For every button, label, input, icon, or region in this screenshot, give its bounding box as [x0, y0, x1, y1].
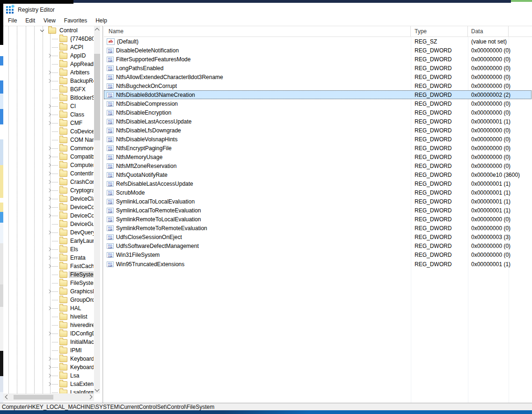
- column-header-name[interactable]: Name: [104, 26, 411, 36]
- chevron-right-icon[interactable]: [47, 374, 51, 378]
- value-row-disabledeletenotification[interactable]: 011110DisableDeleteNotificationREG_DWORD…: [104, 46, 532, 55]
- tree-item-appreadin[interactable]: AppReadin: [3, 60, 94, 68]
- menu-view[interactable]: View: [39, 16, 60, 25]
- tree-item-devquery[interactable]: DevQuery: [3, 228, 94, 237]
- value-row-refsdisablelastaccessupdate[interactable]: 011110RefsDisableLastAccessUpdateREG_DWO…: [104, 180, 532, 189]
- column-header-type[interactable]: Type: [411, 26, 468, 36]
- value-row-ntfsdisablelastaccessupdate[interactable]: 011110NtfsDisableLastAccessUpdateREG_DWO…: [104, 117, 532, 126]
- tree-item-arbiters[interactable]: Arbiters: [3, 68, 94, 77]
- value-row-ntfsmftzonereservation[interactable]: 011110NtfsMftZoneReservationREG_DWORD0x0…: [104, 162, 532, 171]
- tree-item-els[interactable]: Els: [3, 245, 94, 254]
- tree-item-earlylaunc[interactable]: EarlyLaunc: [3, 237, 94, 245]
- tree-item-crashcont[interactable]: CrashCont: [3, 178, 94, 186]
- chevron-right-icon[interactable]: [47, 290, 51, 293]
- tree-item-fastcache[interactable]: FastCache: [3, 262, 94, 270]
- tree-item-devicecon[interactable]: DeviceCon: [3, 203, 94, 211]
- chevron-right-icon[interactable]: [47, 231, 51, 234]
- tree-item-ci[interactable]: CI: [3, 102, 94, 110]
- chevron-right-icon[interactable]: [47, 197, 51, 201]
- tree-item-com-nam[interactable]: COM Nam: [3, 136, 94, 144]
- tree-item-compatibi[interactable]: Compatibi: [3, 153, 94, 161]
- value-row-longpathsenabled[interactable]: 011110LongPathsEnabledREG_DWORD0x0000000…: [104, 64, 532, 73]
- tree-item-7746d80f[interactable]: {7746D80F-: [3, 35, 94, 43]
- tree-item-grouporde[interactable]: GroupOrde: [3, 296, 94, 304]
- tree-item-deviceclas[interactable]: DeviceClas: [3, 195, 94, 203]
- tree-item-initialmach[interactable]: InitialMach: [3, 338, 94, 346]
- chevron-right-icon[interactable]: [47, 71, 51, 74]
- value-row-win95truncatedextensions[interactable]: 011110Win95TruncatedExtensionsREG_DWORD0…: [104, 260, 532, 269]
- tree-item-keyboard-l[interactable]: Keyboard L: [3, 363, 94, 371]
- value-row-ntfsallowextendedcharacter8dot3rename[interactable]: 011110NtfsAllowExtendedCharacter8dot3Ren…: [104, 73, 532, 81]
- tree-item-ipmi[interactable]: IPMI: [3, 346, 94, 355]
- chevron-right-icon[interactable]: [47, 214, 51, 218]
- tree-vertical-scrollbar-thumb[interactable]: [94, 54, 100, 140]
- tree-item-devicecon[interactable]: DeviceCon: [3, 211, 94, 220]
- tree-item-filesystem[interactable]: FileSystem: [3, 279, 94, 287]
- chevron-right-icon[interactable]: [47, 146, 51, 150]
- chevron-down-icon[interactable]: [40, 28, 44, 32]
- chevron-right-icon[interactable]: [47, 54, 51, 58]
- tree-item-errata[interactable]: Errata: [3, 254, 94, 262]
- value-row-ntfsencryptpagingfile[interactable]: 011110NtfsEncryptPagingFileREG_DWORD0x00…: [104, 144, 532, 153]
- value-row-symlinklocaltolocalevaluation[interactable]: 011110SymlinkLocalToLocalEvaluationREG_D…: [104, 197, 532, 206]
- menu-edit[interactable]: Edit: [21, 16, 39, 25]
- tree-item-contentind[interactable]: ContentInd: [3, 169, 94, 178]
- tree-item-hivelist[interactable]: hivelist: [3, 312, 94, 321]
- tree-item-cmf[interactable]: CMF: [3, 119, 94, 127]
- chevron-right-icon[interactable]: [47, 357, 51, 361]
- value-row-ntfsbugcheckoncorrupt[interactable]: 011110NtfsBugcheckOnCorruptREG_DWORD0x00…: [104, 81, 532, 90]
- title-bar[interactable]: Registry Editor: [3, 4, 532, 15]
- value-row-filtersupportedfeaturesmode[interactable]: 011110FilterSupportedFeaturesModeREG_DWO…: [104, 55, 532, 64]
- menu-help[interactable]: Help: [91, 16, 111, 25]
- tree-item-graphicsdr[interactable]: GraphicsDr: [3, 287, 94, 296]
- tree-item-devicegua[interactable]: DeviceGua: [3, 220, 94, 228]
- tree-item-filesystem[interactable]: FileSystem: [3, 270, 94, 279]
- chevron-right-icon[interactable]: [47, 121, 51, 125]
- chevron-right-icon[interactable]: [47, 163, 51, 167]
- tree-item-lsainforma[interactable]: LsaInforma: [3, 388, 94, 393]
- chevron-right-icon[interactable]: [47, 113, 51, 116]
- tree-item-backupres[interactable]: BackupRes: [3, 77, 94, 85]
- chevron-right-icon[interactable]: [47, 365, 51, 369]
- value-row-ntfsdisablecompression[interactable]: 011110NtfsDisableCompressionREG_DWORD0x0…: [104, 99, 532, 108]
- tree-item-appid[interactable]: AppID: [3, 51, 94, 60]
- chevron-right-icon[interactable]: [47, 332, 51, 335]
- chevron-right-icon[interactable]: [47, 180, 51, 184]
- chevron-right-icon[interactable]: [47, 306, 51, 310]
- column-header-data[interactable]: Data: [468, 26, 509, 36]
- value-row-symlinkremotetolocalevaluation[interactable]: 011110SymlinkRemoteToLocalEvaluationREG_…: [104, 215, 532, 224]
- tree-item-keyboard-l[interactable]: Keyboard L: [3, 355, 94, 363]
- chevron-right-icon[interactable]: [47, 155, 51, 159]
- tree-item-acpi[interactable]: ACPI: [3, 43, 94, 51]
- value-row-default[interactable]: ab(Default)REG_SZ(value not set): [104, 37, 532, 46]
- chevron-right-icon[interactable]: [47, 79, 51, 83]
- tree-item-bgfx[interactable]: BGFX: [3, 85, 94, 94]
- value-row-ntfsquotanotifyrate[interactable]: 011110NtfsQuotaNotifyRateREG_DWORD0x0000…: [104, 171, 532, 180]
- tree-item-codevicein[interactable]: CoDeviceIn: [3, 127, 94, 136]
- tree-item-idconfigdi[interactable]: IDConfigDI: [3, 329, 94, 338]
- chevron-right-icon[interactable]: [47, 264, 51, 268]
- value-row-win31filesystem[interactable]: 011110Win31FileSystemREG_DWORD0x00000000…: [104, 251, 532, 260]
- tree-item-commong[interactable]: CommonG: [3, 144, 94, 153]
- tree-horizontal-scrollbar-thumb[interactable]: [14, 395, 53, 399]
- value-row-udfssoftwaredefectmanagement[interactable]: 011110UdfsSoftwareDefectManagementREG_DW…: [104, 242, 532, 251]
- value-row-symlinkremotetoremoteevaluation[interactable]: 011110SymlinkRemoteToRemoteEvaluationREG…: [104, 224, 532, 233]
- tree-item-hal[interactable]: HAL: [3, 304, 94, 312]
- tree-item-lsa[interactable]: Lsa: [3, 371, 94, 380]
- menu-file[interactable]: File: [4, 16, 21, 25]
- tree-item-bitlockerst[interactable]: BitlockerSt: [3, 94, 94, 102]
- tree-item-lsaextensic[interactable]: LsaExtensic: [3, 380, 94, 388]
- value-row-udfsclosesessiononeject[interactable]: 011110UdfsCloseSessionOnEjectREG_DWORD0x…: [104, 233, 532, 242]
- tree-item-control[interactable]: Control: [3, 26, 94, 35]
- value-row-ntfsmemoryusage[interactable]: 011110NtfsMemoryUsageREG_DWORD0x00000000…: [104, 153, 532, 162]
- value-row-ntfsdisable8dot3namecreation[interactable]: 011110NtfsDisable8dot3NameCreationREG_DW…: [104, 90, 532, 99]
- tree-item-class[interactable]: Class: [3, 110, 94, 119]
- chevron-right-icon[interactable]: [47, 104, 51, 108]
- chevron-right-icon[interactable]: [47, 256, 51, 260]
- value-row-ntfsdisablevolsnaphints[interactable]: 011110NtfsDisableVolsnapHintsREG_DWORD0x…: [104, 135, 532, 144]
- value-row-ntfsdisableencryption[interactable]: 011110NtfsDisableEncryptionREG_DWORD0x00…: [104, 108, 532, 117]
- value-row-symlinklocaltoremoteevaluation[interactable]: 011110SymlinkLocalToRemoteEvaluationREG_…: [104, 206, 532, 215]
- tree-item-hiveredirec[interactable]: hiveredirec: [3, 321, 94, 329]
- chevron-right-icon[interactable]: [47, 382, 51, 386]
- tree-item-cryptograp[interactable]: Cryptograp: [3, 186, 94, 195]
